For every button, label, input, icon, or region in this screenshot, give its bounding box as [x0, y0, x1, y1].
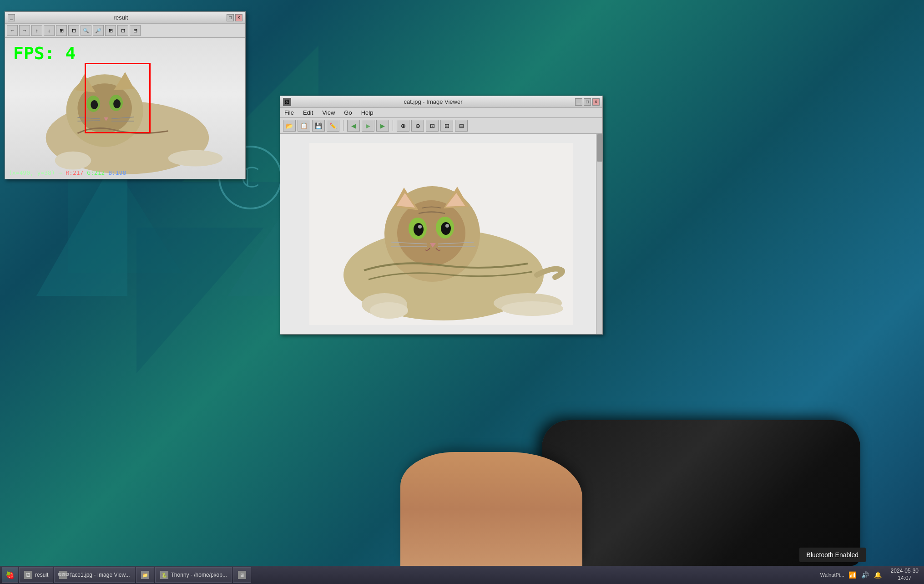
image-viewer-controls: _ □ × — [575, 98, 600, 106]
iv-zoom-fit-button[interactable]: ⊡ — [426, 120, 439, 132]
taskbar-item-face1jpg-label: face1.jpg - Image View... — [70, 572, 130, 578]
iv-zoom-in-button[interactable]: ⊕ — [397, 120, 409, 132]
menu-go[interactable]: Go — [343, 109, 353, 117]
result-window-controls: □ × — [227, 14, 242, 21]
toolbar-fit-button[interactable]: ⊞ — [56, 25, 67, 36]
iv-open-button[interactable]: 📂 — [283, 120, 296, 132]
taskbar-clock: 2024-05-30 14:07 — [887, 568, 922, 582]
result-window: _ result □ × ← → ↑ ↓ ⊞ ⊡ 🔍 🔎 ⊞ ⊡ ⊟ — [5, 11, 246, 179]
image-viewer-window: 🖼 cat.jpg - Image Viewer _ □ × File Edit… — [280, 96, 603, 335]
taskbar-item-face1jpg-icon: 🖼🖼🖼 — [59, 571, 67, 579]
svg-point-36 — [370, 302, 408, 319]
image-viewer-toolbar: 📂 📋 💾 ✏️ ◀ ▶ ▶ ⊕ ⊖ ⊡ ⊞ ⊟ — [280, 118, 602, 134]
fps-display: FPS: 4 — [13, 43, 76, 63]
detection-bounding-box — [85, 63, 151, 133]
clock-date: 2024-05-30 — [891, 568, 919, 575]
toolbar-zoom-in-button[interactable]: 🔍 — [81, 25, 91, 36]
svg-point-25 — [445, 224, 449, 228]
iv-prev-button[interactable]: ◀ — [347, 120, 360, 132]
systray: WalnutPi... 📶 🔊 🔔 — [817, 570, 886, 579]
systray-notification-icon[interactable]: 🔔 — [874, 570, 883, 579]
cat-viewer-svg — [309, 143, 573, 325]
image-viewer-app-icon: 🖼 — [283, 98, 291, 106]
image-viewer-title: cat.jpg - Image Viewer — [291, 98, 575, 105]
iv-browse-button[interactable]: 📋 — [298, 120, 310, 132]
iv-fullscreen-button[interactable]: ⊟ — [455, 120, 468, 132]
clock-time: 14:07 — [898, 575, 911, 582]
menu-file[interactable]: File — [283, 109, 295, 117]
iv-next-button[interactable]: ▶ — [376, 120, 389, 132]
taskbar: 🍓 🖼 result 🖼🖼🖼 face1.jpg - Image View...… — [0, 566, 924, 584]
toolbar-normal-button[interactable]: ⊡ — [68, 25, 79, 36]
image-viewer-minimize-button[interactable]: _ — [575, 98, 582, 106]
taskbar-item-face1jpg[interactable]: 🖼🖼🖼 face1.jpg - Image View... — [54, 567, 135, 583]
svg-point-19 — [397, 200, 465, 266]
systray-device-label: WalnutPi... — [820, 572, 844, 578]
taskbar-item-filemanager-icon: 📁 — [141, 571, 149, 579]
iv-save-button[interactable]: 💾 — [312, 120, 325, 132]
svg-point-23 — [441, 222, 451, 235]
result-content-area: FPS: 4 (x=490, y=38) → R:217 G:212 B:198 — [5, 38, 245, 179]
result-window-close-button[interactable]: × — [235, 14, 242, 21]
taskbar-item-terminal-icon: 🖥 — [238, 571, 246, 579]
svg-point-14 — [55, 152, 91, 170]
pixel-info-bar: (x=490, y=38) → R:217 G:212 B:198 — [9, 169, 126, 176]
toolbar-separator-2 — [393, 120, 393, 131]
menu-edit[interactable]: Edit — [302, 109, 314, 117]
image-viewer-scrollbar[interactable] — [596, 134, 602, 334]
taskbar-item-thonny-label: Thonny - /home/pi/op... — [171, 572, 227, 578]
toolbar-forward-button[interactable]: → — [19, 25, 30, 36]
menu-help[interactable]: Help — [360, 109, 375, 117]
image-viewer-menubar: File Edit View Go Help — [280, 108, 602, 118]
toolbar-crop-button[interactable]: ⊡ — [117, 25, 128, 36]
iv-zoom-1-1-button[interactable]: ⊞ — [440, 120, 453, 132]
taskbar-item-thonny-icon: 🐍 — [160, 571, 168, 579]
taskbar-item-result[interactable]: 🖼 result — [19, 567, 53, 583]
desktop: ℂ ℂ _ result □ × ← → ↑ ↓ ⊞ ⊡ 🔍 — [0, 0, 924, 584]
image-viewer-titlebar: 🖼 cat.jpg - Image Viewer _ □ × — [280, 96, 602, 108]
result-window-minimize-button[interactable]: _ — [8, 14, 15, 21]
systray-network-icon[interactable]: 📶 — [848, 570, 857, 579]
scrollbar-thumb[interactable] — [597, 134, 602, 162]
result-window-maximize-button[interactable]: □ — [227, 14, 234, 21]
image-viewer-content — [280, 134, 602, 334]
bluetooth-notification: Bluetooth Enabled — [799, 548, 866, 562]
image-viewer-maximize-button[interactable]: □ — [584, 98, 591, 106]
toolbar-stretch-button[interactable]: ⊞ — [105, 25, 116, 36]
result-window-title: result — [15, 14, 227, 21]
systray-volume-icon[interactable]: 🔊 — [861, 570, 870, 579]
iv-zoom-out-button[interactable]: ⊖ — [411, 120, 424, 132]
taskbar-item-terminal[interactable]: 🖥 — [233, 567, 251, 583]
iv-edit-button[interactable]: ✏️ — [327, 120, 339, 132]
iv-play-button[interactable]: ▶ — [362, 120, 374, 132]
svg-point-24 — [418, 225, 422, 229]
toolbar-back-button[interactable]: ← — [7, 25, 18, 36]
start-button[interactable]: 🍓 — [2, 567, 18, 583]
svg-point-15 — [168, 150, 223, 167]
toolbar-zoom-out-button[interactable]: 🔎 — [93, 25, 104, 36]
toolbar-fullscreen-button[interactable]: ⊟ — [130, 25, 141, 36]
taskbar-item-filemanager[interactable]: 📁 — [136, 567, 154, 583]
image-viewer-close-button[interactable]: × — [592, 98, 600, 106]
result-window-titlebar: _ result □ × — [5, 12, 245, 24]
svg-point-22 — [414, 223, 424, 236]
toolbar-up-button[interactable]: ↑ — [31, 25, 42, 36]
taskbar-item-result-icon: 🖼 — [24, 571, 32, 579]
menu-view[interactable]: View — [321, 109, 336, 117]
toolbar-separator-1 — [343, 120, 343, 131]
result-window-toolbar: ← → ↑ ↓ ⊞ ⊡ 🔍 🔎 ⊞ ⊡ ⊟ — [5, 24, 245, 38]
svg-point-38 — [501, 301, 563, 316]
taskbar-item-thonny[interactable]: 🐍 Thonny - /home/pi/op... — [155, 567, 232, 583]
taskbar-item-result-label: result — [35, 572, 48, 578]
toolbar-down-button[interactable]: ↓ — [44, 25, 55, 36]
